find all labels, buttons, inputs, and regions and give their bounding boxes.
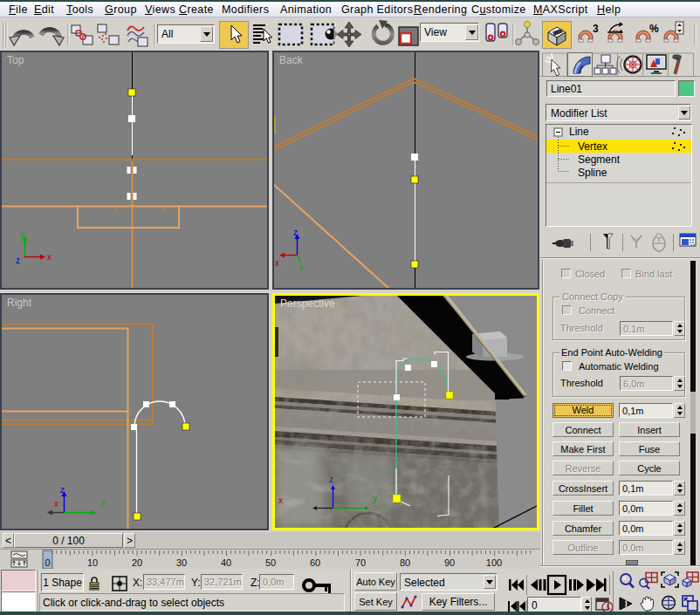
- svg-text:y: y: [373, 494, 377, 503]
- svg-text:100: 100: [486, 557, 502, 568]
- svg-text:20: 20: [132, 557, 142, 568]
- svg-text:y: y: [299, 263, 304, 272]
- svg-text:3: 3: [593, 23, 599, 35]
- svg-text:y: y: [20, 229, 24, 239]
- svg-text:70: 70: [355, 557, 366, 568]
- svg-text:x: x: [275, 258, 279, 268]
- svg-text:z: z: [329, 475, 333, 484]
- svg-text:x: x: [54, 499, 58, 509]
- svg-text:0: 0: [45, 557, 50, 568]
- svg-text:%: %: [649, 23, 659, 35]
- svg-text:z: z: [60, 485, 65, 495]
- svg-text:z: z: [16, 256, 20, 265]
- svg-text:50: 50: [265, 557, 276, 568]
- svg-text:x: x: [47, 252, 51, 262]
- svg-text:40: 40: [221, 557, 231, 568]
- svg-text:y: y: [101, 496, 106, 506]
- svg-text:60: 60: [310, 557, 320, 568]
- svg-text:x: x: [278, 495, 283, 505]
- svg-text:80: 80: [400, 557, 410, 568]
- svg-text:10: 10: [87, 557, 98, 568]
- svg-text:90: 90: [444, 557, 455, 568]
- svg-text:z: z: [293, 228, 298, 237]
- svg-text:30: 30: [176, 557, 187, 568]
